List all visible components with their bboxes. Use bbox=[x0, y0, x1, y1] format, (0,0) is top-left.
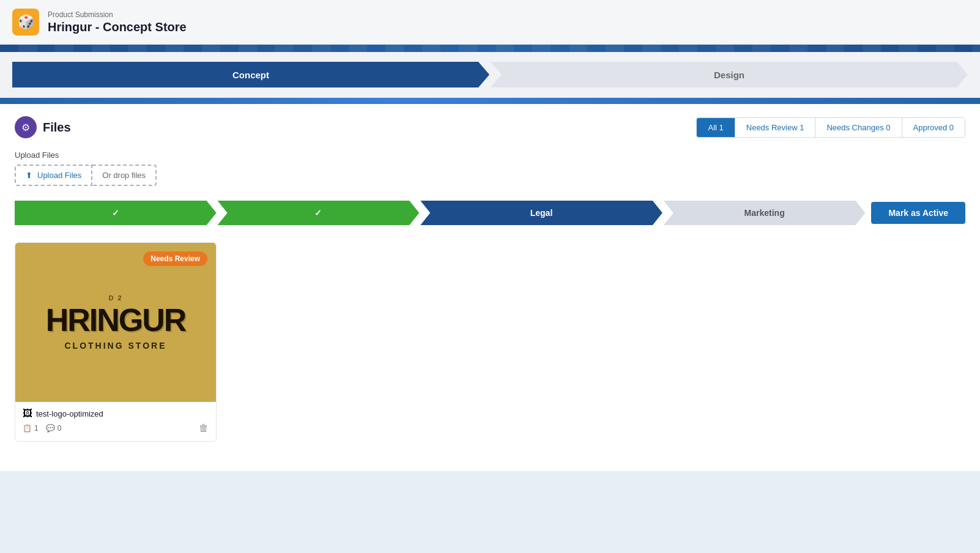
header-text: Product Submission Hringur - Concept Sto… bbox=[48, 10, 187, 34]
files-title-group: ⚙ Files bbox=[15, 116, 71, 138]
workflow-progress: ✓ ✓ Legal Marketing Mark as Active bbox=[15, 201, 965, 225]
header-subtitle: Product Submission bbox=[48, 10, 187, 19]
top-step-concept[interactable]: Concept bbox=[12, 62, 489, 87]
delete-file-button[interactable]: 🗑 bbox=[199, 423, 209, 434]
workflow-step-1: ✓ bbox=[15, 201, 217, 225]
drop-zone[interactable]: Or drop files bbox=[92, 165, 157, 186]
file-type-icon: 🖼 bbox=[23, 408, 32, 419]
file-card: D 2 HRINGUR CLOTHING STORE Needs Review … bbox=[15, 242, 217, 442]
main-content: ⚙ Files All 1 Needs Review 1 Needs Chang… bbox=[0, 104, 980, 471]
filter-buttons-group: All 1 Needs Review 1 Needs Changes 0 App… bbox=[696, 117, 965, 138]
deco-band-top bbox=[0, 45, 980, 52]
comments-icon: 💬 bbox=[46, 424, 55, 432]
upload-label: Upload Files bbox=[15, 150, 965, 160]
filter-needs-review[interactable]: Needs Review 1 bbox=[735, 118, 816, 137]
upload-files-button[interactable]: ⬆ Upload Files bbox=[15, 165, 92, 186]
upload-zone: ⬆ Upload Files Or drop files bbox=[15, 165, 157, 186]
file-thumbnail[interactable]: D 2 HRINGUR CLOTHING STORE Needs Review bbox=[15, 243, 216, 402]
top-progress-bar: Concept Design bbox=[0, 52, 980, 98]
filter-approved[interactable]: Approved 0 bbox=[902, 118, 965, 137]
file-info: 🖼 test-logo-optimized 📋 1 💬 0 bbox=[15, 402, 216, 441]
header-title: Hringur - Concept Store bbox=[48, 20, 187, 34]
workflow-step-marketing: Marketing bbox=[664, 201, 866, 225]
files-header: ⚙ Files All 1 Needs Review 1 Needs Chang… bbox=[15, 116, 965, 138]
comments-count: 💬 0 bbox=[46, 424, 62, 432]
files-icon: ⚙ bbox=[15, 116, 37, 138]
upload-icon: ⬆ bbox=[26, 171, 32, 180]
mark-as-active-button[interactable]: Mark as Active bbox=[871, 202, 965, 224]
versions-count: 📋 1 bbox=[23, 424, 39, 432]
thumbnail-art: D 2 HRINGUR CLOTHING STORE bbox=[46, 294, 186, 351]
upload-section: Upload Files ⬆ Upload Files Or drop file… bbox=[15, 150, 965, 186]
workflow-step-2: ✓ bbox=[218, 201, 420, 225]
file-meta: 📋 1 💬 0 bbox=[23, 424, 61, 432]
page-header: 🎲 Product Submission Hringur - Concept S… bbox=[0, 0, 980, 45]
workflow-step-legal: Legal bbox=[420, 201, 663, 225]
versions-icon: 📋 bbox=[23, 424, 32, 432]
top-step-design[interactable]: Design bbox=[491, 62, 968, 87]
file-name-row: 🖼 test-logo-optimized bbox=[23, 408, 209, 419]
needs-review-badge: Needs Review bbox=[143, 251, 207, 266]
file-meta-row: 📋 1 💬 0 🗑 bbox=[23, 423, 209, 434]
product-icon: 🎲 bbox=[12, 9, 39, 35]
file-name: test-logo-optimized bbox=[36, 409, 103, 418]
deco-band-bottom bbox=[0, 98, 980, 104]
files-title: Files bbox=[43, 121, 71, 135]
files-grid: D 2 HRINGUR CLOTHING STORE Needs Review … bbox=[15, 242, 965, 442]
filter-needs-changes[interactable]: Needs Changes 0 bbox=[815, 118, 902, 137]
filter-all[interactable]: All 1 bbox=[697, 118, 735, 137]
